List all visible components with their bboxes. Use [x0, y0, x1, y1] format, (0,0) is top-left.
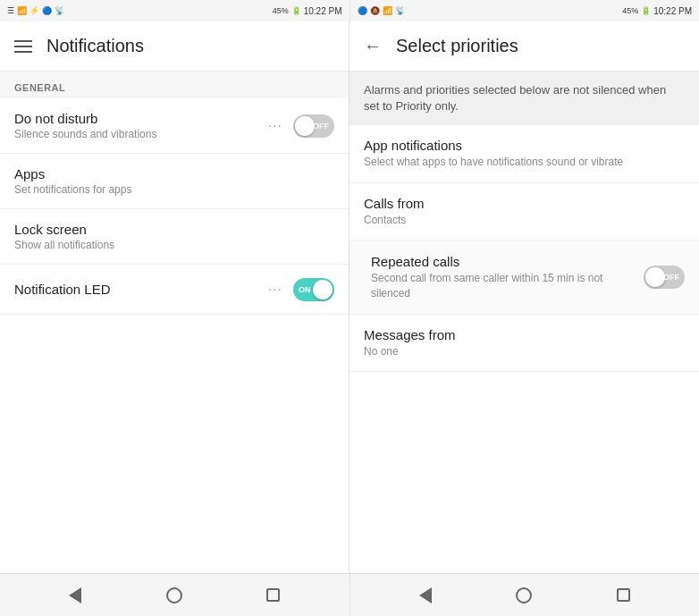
right-status-bar: 🔵 🔕 📶 📡 45% 🔋 10:22 PM: [350, 0, 700, 21]
left-bottom-nav: [0, 574, 350, 616]
calls-from-item[interactable]: Calls from Contacts: [350, 183, 699, 241]
do-not-disturb-toggle-label: OFF: [313, 122, 329, 131]
signal-icon: 📡: [55, 6, 64, 15]
notification-led-action: ··· ON: [268, 278, 334, 301]
repeated-calls-row: Repeated calls Second call from same cal…: [371, 254, 685, 301]
notification-led-title: Notification LED: [14, 282, 268, 297]
repeated-calls-text: Repeated calls Second call from same cal…: [371, 254, 644, 301]
left-status-icons: ☰ 📶 ⚡ 🔵 📡: [7, 6, 64, 15]
messages-from-subtitle: No one: [364, 344, 685, 359]
hamburger-line-2: [14, 46, 32, 47]
app-notifications-title: App notifications: [364, 138, 685, 153]
left-time: 10:22 PM: [304, 6, 342, 16]
calls-from-title: Calls from: [364, 196, 685, 211]
battery-pct-left: 45%: [273, 6, 289, 15]
notification-led-toggle[interactable]: ON: [293, 278, 334, 301]
repeated-calls-toggle-label: OFF: [663, 273, 679, 282]
app-notifications-subtitle: Select what apps to have notifications s…: [364, 155, 685, 170]
notification-led-text: Notification LED: [14, 282, 268, 297]
notification-led-toggle-knob: [313, 280, 333, 300]
left-home-button[interactable]: [166, 587, 182, 603]
menu-status-icon: ☰: [7, 6, 14, 15]
right-header: ← Select priorities: [350, 21, 699, 72]
right-recents-button[interactable]: [617, 588, 630, 602]
notification-led-toggle-label: ON: [299, 285, 311, 294]
repeated-calls-subtitle: Second call from same caller within 15 m…: [371, 271, 633, 301]
do-not-disturb-toggle-knob: [295, 116, 315, 136]
left-panel: Notifications GENERAL Do not disturb Sil…: [0, 21, 350, 573]
battery-pct-right: 45%: [622, 6, 638, 15]
left-right-status-icons: 45% 🔋 10:22 PM: [273, 6, 342, 16]
back-button[interactable]: ←: [364, 36, 382, 56]
battery-icon-left: 🔋: [291, 6, 301, 15]
hamburger-menu[interactable]: [14, 40, 32, 53]
repeated-calls-toggle-wrapper: OFF: [644, 266, 685, 289]
lock-screen-title: Lock screen: [14, 222, 334, 237]
messages-from-title: Messages from: [364, 327, 685, 342]
do-not-disturb-title: Do not disturb: [14, 111, 268, 126]
repeated-calls-toggle[interactable]: OFF: [644, 266, 685, 289]
do-not-disturb-action: ··· OFF: [268, 114, 334, 138]
do-not-disturb-toggle-wrapper: OFF: [293, 114, 334, 138]
lock-screen-item[interactable]: Lock screen Show all notifications: [0, 209, 349, 265]
left-panel-title: Notifications: [46, 36, 144, 56]
repeated-calls-item[interactable]: Repeated calls Second call from same cal…: [350, 241, 699, 315]
wifi-icon-r: 📶: [383, 6, 392, 15]
wifi-icon: ⚡: [29, 6, 39, 15]
apps-subtitle: Set notifications for apps: [14, 183, 334, 196]
mute-icon: 🔕: [370, 6, 380, 15]
general-section-label: GENERAL: [0, 72, 349, 98]
do-not-disturb-item[interactable]: Do not disturb Silence sounds and vibrat…: [0, 98, 349, 154]
right-time: 10:22 PM: [653, 6, 692, 16]
right-status-icons-right: 45% 🔋 10:22 PM: [622, 6, 692, 16]
notification-led-dots[interactable]: ···: [268, 282, 282, 298]
hamburger-line-3: [14, 51, 32, 53]
notification-led-toggle-wrapper: ON: [293, 278, 334, 301]
do-not-disturb-text: Do not disturb Silence sounds and vibrat…: [14, 111, 268, 140]
calls-from-subtitle: Contacts: [364, 213, 685, 228]
info-banner: Alarms and priorities selected below are…: [350, 72, 699, 125]
notification-led-item[interactable]: Notification LED ··· ON: [0, 265, 349, 315]
right-panel: ← Select priorities Alarms and prioritie…: [350, 21, 699, 573]
right-panel-title: Select priorities: [396, 36, 518, 56]
sim-icon: 📶: [17, 6, 27, 15]
left-back-button[interactable]: [69, 587, 81, 603]
apps-title: Apps: [14, 166, 334, 181]
apps-text: Apps Set notifications for apps: [14, 166, 334, 196]
do-not-disturb-dots[interactable]: ···: [268, 118, 282, 134]
bt-icon-r: 🔵: [358, 6, 367, 15]
right-home-button[interactable]: [516, 587, 532, 603]
app-notifications-item[interactable]: App notifications Select what apps to ha…: [350, 125, 699, 183]
battery-icon-right: 🔋: [641, 6, 651, 15]
do-not-disturb-toggle[interactable]: OFF: [293, 114, 334, 138]
left-recents-button[interactable]: [266, 588, 280, 602]
left-header: Notifications: [0, 21, 349, 72]
right-bottom-nav: [350, 574, 700, 616]
right-status-icons-left: 🔵 🔕 📶 📡: [358, 6, 405, 15]
right-back-button[interactable]: [419, 587, 432, 603]
signal-icon-r: 📡: [395, 6, 405, 15]
left-status-bar: ☰ 📶 ⚡ 🔵 📡 45% 🔋 10:22 PM: [0, 0, 350, 21]
lock-screen-subtitle: Show all notifications: [14, 239, 334, 251]
repeated-calls-title: Repeated calls: [371, 254, 633, 269]
messages-from-item[interactable]: Messages from No one: [350, 315, 699, 373]
bt-icon: 🔵: [42, 6, 52, 15]
repeated-calls-toggle-knob: [645, 267, 665, 287]
hamburger-line-1: [14, 40, 32, 42]
do-not-disturb-subtitle: Silence sounds and vibrations: [14, 128, 268, 140]
apps-item[interactable]: Apps Set notifications for apps: [0, 154, 349, 209]
lock-screen-text: Lock screen Show all notifications: [14, 222, 334, 251]
